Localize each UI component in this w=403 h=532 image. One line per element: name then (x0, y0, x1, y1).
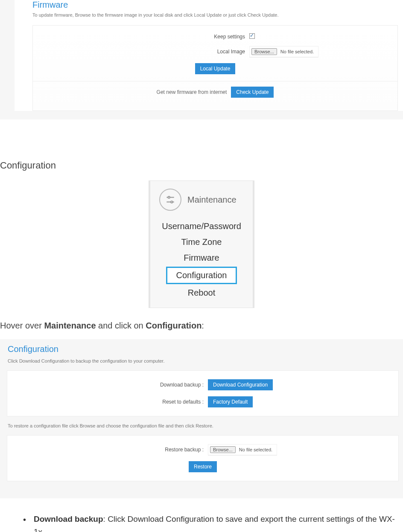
download-backup-label: Download backup : (7, 382, 208, 388)
firmware-section: Firmware To update firmware, Browse to t… (0, 0, 403, 119)
browse-button[interactable]: Browse... (251, 48, 277, 55)
menu-item-configuration[interactable]: Configuration (166, 267, 237, 284)
configuration-desc1: Click Download Configuration to backup t… (8, 358, 399, 363)
keep-settings-row: Keep settings (33, 33, 397, 40)
keep-settings-checkbox[interactable] (249, 33, 255, 39)
firmware-card: Keep settings Local Image Browse... No f… (32, 25, 398, 111)
restore-backup-label: Restore backup : (7, 447, 208, 453)
maintenance-label: Maintenance (187, 195, 237, 205)
reset-defaults-label: Reset to defaults : (7, 399, 208, 405)
configuration-card2: Restore backup : Browse... No file selec… (7, 435, 399, 481)
bullet-icon: • (23, 513, 26, 532)
firmware-desc: To update firmware, Browse to the firmwa… (15, 12, 398, 25)
sliders-icon (159, 189, 181, 211)
configuration-section: Configuration Click Download Configurati… (0, 339, 403, 498)
svg-point-3 (171, 201, 172, 203)
download-configuration-button[interactable]: Download Configuration (208, 379, 273, 390)
get-new-row: Get new firmware from internet Check Upd… (33, 87, 397, 98)
firmware-panel: Firmware To update firmware, Browse to t… (15, 0, 403, 111)
get-new-label: Get new firmware from internet (157, 89, 227, 95)
configuration-card1: Download backup : Download Configuration… (7, 370, 399, 416)
firmware-title: Firmware (15, 0, 398, 12)
bullet-download-backup: • Download backup: Click Download Config… (23, 513, 401, 532)
local-image-label: Local Image (70, 49, 249, 55)
local-image-row: Local Image Browse... No file selected. (33, 46, 397, 57)
svg-point-1 (168, 196, 170, 198)
restore-backup-row: Restore backup : Browse... No file selec… (7, 444, 398, 455)
configuration-desc2: To restore a configuration file click Br… (8, 423, 399, 428)
restore-browse-button[interactable]: Browse... (210, 446, 236, 453)
menu-item-timezone[interactable]: Time Zone (149, 234, 254, 250)
section-heading: Configuration (0, 160, 403, 171)
factory-default-button[interactable]: Factory Default (208, 396, 253, 407)
reset-defaults-row: Reset to defaults : Factory Default (7, 396, 398, 407)
menu-item-firmware[interactable]: Firmware (149, 250, 254, 266)
keep-settings-label: Keep settings (70, 34, 249, 40)
restore-filebox: Browse... No file selected. (208, 444, 277, 455)
menu-item-username[interactable]: Username/Password (149, 218, 254, 234)
hover-instruction: Hover over Maintenance and click on Conf… (0, 321, 403, 331)
maintenance-header: Maintenance (149, 189, 254, 211)
no-file-text: No file selected. (280, 49, 314, 54)
bullet-list: • Download backup: Click Download Config… (0, 513, 403, 532)
download-backup-row: Download backup : Download Configuration (7, 379, 398, 390)
restore-button[interactable]: Restore (189, 461, 217, 472)
check-update-button[interactable]: Check Update (231, 87, 274, 98)
restore-nofile-text: No file selected. (239, 447, 272, 452)
divider (33, 81, 397, 81)
local-image-filebox: Browse... No file selected. (249, 46, 318, 57)
menu-item-reboot[interactable]: Reboot (149, 285, 254, 301)
local-update-button[interactable]: Local Update (195, 63, 236, 74)
configuration-title: Configuration (8, 344, 399, 354)
maintenance-menu: Maintenance Username/Password Time Zone … (149, 180, 254, 308)
